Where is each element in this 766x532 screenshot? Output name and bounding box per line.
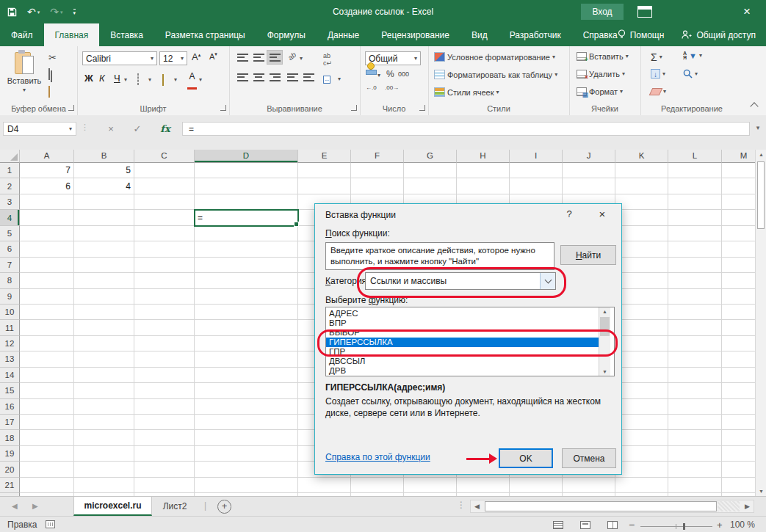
vertical-scroll-thumb[interactable] xyxy=(757,161,765,229)
cell-A8[interactable] xyxy=(20,273,74,288)
column-header-C[interactable]: C xyxy=(134,150,195,163)
number-dialog-launcher-icon[interactable] xyxy=(419,105,425,111)
cell-A4[interactable] xyxy=(20,210,74,225)
cell-K15[interactable] xyxy=(615,383,668,398)
cell-K14[interactable] xyxy=(615,368,668,383)
cell-D16[interactable] xyxy=(195,399,298,415)
cell-M15[interactable] xyxy=(722,383,755,398)
cancel-button[interactable]: Отмена xyxy=(562,448,616,468)
cell-C5[interactable] xyxy=(134,226,195,241)
cell-G1[interactable] xyxy=(404,163,457,178)
cell-K19[interactable] xyxy=(615,446,668,462)
cell-K16[interactable] xyxy=(615,399,668,415)
format-cells-button[interactable]: ▦Формат▾ xyxy=(577,87,623,96)
cell-D20[interactable] xyxy=(195,462,298,477)
cell-A21[interactable] xyxy=(20,478,74,493)
formula-input[interactable]: = xyxy=(182,122,750,136)
row-header-17[interactable]: 17 xyxy=(0,415,20,430)
cell-A7[interactable] xyxy=(20,258,74,273)
row-header-2[interactable]: 2 xyxy=(0,178,20,194)
cell-B14[interactable] xyxy=(74,368,134,383)
cell-B1[interactable]: 5 xyxy=(74,163,134,178)
cell-B10[interactable] xyxy=(74,305,134,320)
cell-B6[interactable] xyxy=(74,241,134,257)
cell-M17[interactable] xyxy=(722,415,755,430)
scroll-right-icon[interactable]: ▶ xyxy=(745,503,750,510)
ribbon-tab-Вид[interactable]: Вид xyxy=(460,23,499,46)
scroll-down-icon[interactable]: ▼ xyxy=(759,489,764,494)
cell-L15[interactable] xyxy=(668,383,722,398)
column-header-A[interactable]: A xyxy=(20,150,74,163)
cell-B19[interactable] xyxy=(74,446,134,462)
column-header-M[interactable]: M xyxy=(722,150,755,163)
page-break-view-icon[interactable] xyxy=(607,521,618,529)
cut-icon[interactable]: ✂ xyxy=(48,52,57,63)
cell-A2[interactable]: 6 xyxy=(20,178,74,194)
function-help-link[interactable]: Справка по этой функции xyxy=(325,452,430,462)
cell-D2[interactable] xyxy=(195,178,298,194)
tab-assistant[interactable]: Помощн xyxy=(612,29,671,40)
function-list-scrollbar[interactable]: ▲▼ xyxy=(599,307,610,376)
cell-C4[interactable] xyxy=(134,210,195,225)
scroll-up-icon[interactable]: ▲ xyxy=(759,152,764,157)
decrease-decimal-icon[interactable]: .00→ xyxy=(385,84,399,91)
row-header-13[interactable]: 13 xyxy=(0,351,20,367)
cell-C7[interactable] xyxy=(134,258,195,273)
cell-A16[interactable] xyxy=(20,399,74,415)
cell-L12[interactable] xyxy=(668,336,722,351)
cell-K4[interactable] xyxy=(615,210,668,225)
row-header-6[interactable]: 6 xyxy=(0,241,20,257)
cell-C13[interactable] xyxy=(134,351,195,367)
cell-K21[interactable] xyxy=(615,478,668,493)
row-header-16[interactable]: 16 xyxy=(0,399,20,415)
column-header-D[interactable]: D xyxy=(195,150,298,163)
cell-E1[interactable] xyxy=(298,163,351,178)
column-header-G[interactable]: G xyxy=(404,150,457,163)
align-bottom-icon[interactable] xyxy=(267,51,282,64)
cell-A9[interactable] xyxy=(20,289,74,305)
cell-D14[interactable] xyxy=(195,368,298,383)
new-sheet-icon[interactable]: + xyxy=(217,500,231,514)
ribbon-display-options-icon[interactable] xyxy=(637,6,652,18)
insert-function-icon[interactable]: fx xyxy=(157,122,173,136)
cell-A20[interactable] xyxy=(20,462,74,477)
merge-center-icon[interactable]: ↔ xyxy=(323,73,330,84)
cell-A19[interactable] xyxy=(20,446,74,462)
function-list[interactable]: АДРЕСВПРВЫБОРГИПЕРССЫЛКАГПРДВССЫЛДРВ xyxy=(325,307,615,376)
cell-K3[interactable] xyxy=(615,194,668,210)
cell-M6[interactable] xyxy=(722,241,755,257)
align-middle-icon[interactable] xyxy=(251,51,266,64)
zoom-level[interactable]: 100 % xyxy=(730,520,755,530)
format-as-table-button[interactable]: Форматировать как таблицу▾ xyxy=(434,70,557,79)
row-header-21[interactable]: 21 xyxy=(0,478,20,493)
cell-K18[interactable] xyxy=(615,430,668,445)
ribbon-tab-Разметка страницы[interactable]: Разметка страницы xyxy=(154,23,256,46)
copy-icon[interactable] xyxy=(48,69,50,79)
row-header-18[interactable]: 18 xyxy=(0,430,20,445)
cell-L1[interactable] xyxy=(668,163,722,178)
clear-button[interactable]: ▾ xyxy=(651,88,666,95)
cell-C17[interactable] xyxy=(134,415,195,430)
function-item-ГПР[interactable]: ГПР xyxy=(326,347,602,357)
cell-B3[interactable] xyxy=(74,194,134,210)
row-header-14[interactable]: 14 xyxy=(0,368,20,383)
cell-L18[interactable] xyxy=(668,430,722,445)
italic-button[interactable]: К xyxy=(99,73,105,84)
cell-L6[interactable] xyxy=(668,241,722,257)
cell-M5[interactable] xyxy=(722,226,755,241)
ribbon-tab-Вставка[interactable]: Вставка xyxy=(99,23,154,46)
cell-K7[interactable] xyxy=(615,258,668,273)
column-header-K[interactable]: K xyxy=(615,150,668,163)
cell-H2[interactable] xyxy=(457,178,510,194)
cell-G2[interactable] xyxy=(404,178,457,194)
insert-cells-button[interactable]: +Вставить▾ xyxy=(577,52,629,61)
sort-filter-button[interactable]: АЯ▼▾ xyxy=(683,51,702,60)
cell-M18[interactable] xyxy=(722,430,755,445)
cell-D19[interactable] xyxy=(195,446,298,462)
ribbon-tab-Главная[interactable]: Главная xyxy=(44,23,100,46)
borders-icon[interactable] xyxy=(137,74,139,84)
cell-M9[interactable] xyxy=(722,289,755,305)
ribbon-tab-Рецензирование[interactable]: Рецензирование xyxy=(370,23,460,46)
increase-decimal-icon[interactable]: ←.0 xyxy=(366,84,377,91)
cell-H21[interactable] xyxy=(457,478,510,493)
